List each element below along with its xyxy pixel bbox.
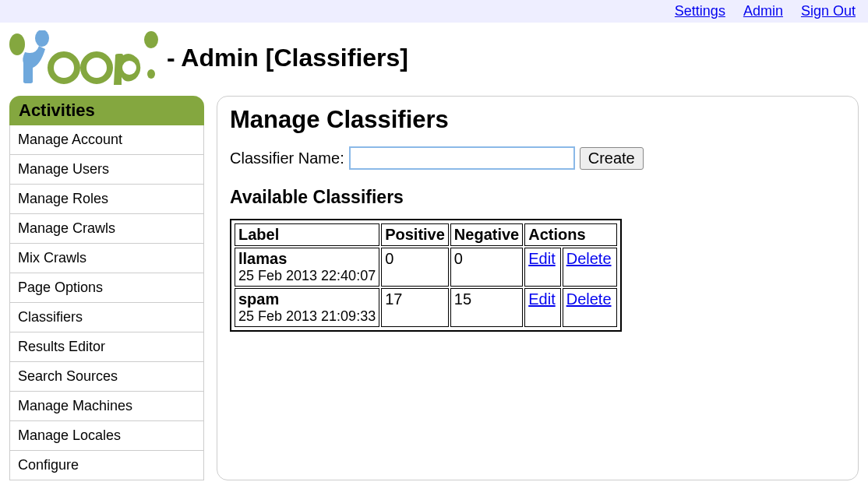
cell-edit: Edit — [524, 248, 560, 287]
sidebar-item-manage-crawls[interactable]: Manage Crawls — [9, 214, 204, 244]
svg-point-1 — [35, 30, 49, 47]
row-label-text: spam — [238, 290, 279, 308]
settings-link[interactable]: Settings — [675, 3, 725, 19]
sidebar-item-results-editor[interactable]: Results Editor — [9, 332, 204, 362]
main-panel: Manage Classifiers Classifier Name: Crea… — [217, 96, 859, 480]
edit-link[interactable]: Edit — [528, 250, 555, 267]
cell-positive: 17 — [381, 288, 449, 327]
sidebar-item-classifiers[interactable]: Classifiers — [9, 303, 204, 332]
row-label-text: llamas — [238, 250, 287, 267]
col-actions: Actions — [524, 223, 616, 246]
svg-point-4 — [122, 61, 136, 75]
classifiers-table-wrap: Label Positive Negative Actions llamas 2… — [230, 219, 622, 332]
table-row: spam 25 Feb 2013 21:09:33 17 15 Edit Del… — [235, 288, 617, 327]
classifier-form: Classifier Name: Create — [230, 146, 845, 170]
page-title: - Admin [Classifiers] — [167, 44, 408, 72]
svg-point-6 — [147, 69, 155, 79]
sidebar-item-manage-account[interactable]: Manage Account — [9, 125, 204, 155]
sidebar-item-search-sources[interactable]: Search Sources — [9, 362, 204, 392]
sidebar-item-mix-crawls[interactable]: Mix Crawls — [9, 244, 204, 273]
classifiers-table: Label Positive Negative Actions llamas 2… — [233, 222, 619, 329]
delete-link[interactable]: Delete — [566, 290, 612, 308]
cell-negative: 15 — [450, 288, 523, 327]
available-heading: Available Classifiers — [230, 187, 845, 208]
main-heading: Manage Classifiers — [230, 106, 845, 134]
classifier-name-label: Classifier Name: — [230, 150, 344, 167]
svg-point-5 — [144, 31, 158, 48]
sidebar-item-manage-machines[interactable]: Manage Machines — [9, 392, 204, 421]
col-positive: Positive — [381, 223, 449, 246]
cell-delete: Delete — [563, 288, 617, 327]
cell-label: llamas 25 Feb 2013 22:40:07 — [235, 248, 379, 287]
cell-positive: 0 — [381, 248, 449, 287]
col-negative: Negative — [450, 223, 523, 246]
cell-edit: Edit — [524, 288, 560, 327]
topbar: Settings Admin Sign Out — [0, 0, 868, 23]
create-button[interactable]: Create — [580, 147, 644, 170]
svg-point-3 — [83, 55, 110, 81]
sidebar-item-manage-users[interactable]: Manage Users — [9, 155, 204, 185]
sign-out-link[interactable]: Sign Out — [801, 3, 856, 19]
admin-link[interactable]: Admin — [743, 3, 783, 19]
table-row: llamas 25 Feb 2013 22:40:07 0 0 Edit Del… — [235, 248, 617, 287]
sidebar: Activities Manage Account Manage Users M… — [9, 96, 204, 480]
svg-point-2 — [51, 55, 77, 81]
yioop-logo — [6, 30, 162, 85]
row-timestamp: 25 Feb 2013 21:09:33 — [238, 308, 376, 325]
classifier-name-input[interactable] — [349, 146, 575, 170]
cell-label: spam 25 Feb 2013 21:09:33 — [235, 288, 379, 327]
sidebar-item-manage-locales[interactable]: Manage Locales — [9, 421, 204, 451]
cell-delete: Delete — [563, 248, 617, 287]
edit-link[interactable]: Edit — [528, 290, 555, 308]
sidebar-item-configure[interactable]: Configure — [9, 451, 204, 480]
delete-link[interactable]: Delete — [566, 250, 612, 267]
sidebar-item-manage-roles[interactable]: Manage Roles — [9, 185, 204, 214]
sidebar-header: Activities — [9, 96, 204, 125]
svg-point-0 — [9, 33, 25, 55]
cell-negative: 0 — [450, 248, 523, 287]
col-label: Label — [235, 223, 379, 246]
sidebar-item-page-options[interactable]: Page Options — [9, 273, 204, 303]
header: - Admin [Classifiers] — [0, 23, 868, 96]
row-timestamp: 25 Feb 2013 22:40:07 — [238, 268, 376, 284]
table-header-row: Label Positive Negative Actions — [235, 223, 617, 246]
